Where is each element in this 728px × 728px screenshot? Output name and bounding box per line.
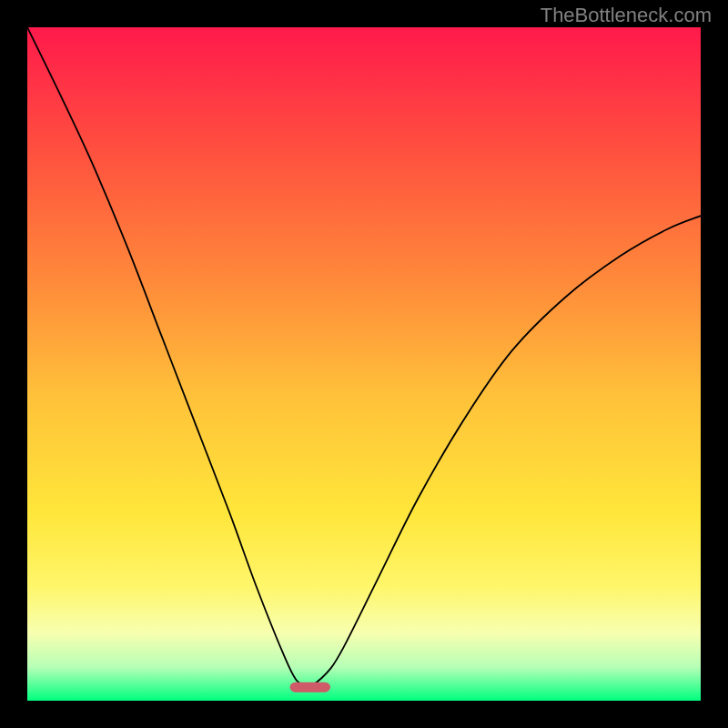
gradient-background	[27, 27, 701, 701]
watermark-text: TheBottleneck.com	[541, 4, 712, 27]
bottleneck-chart	[27, 27, 701, 701]
chart-frame: TheBottleneck.com	[0, 0, 728, 728]
minimum-marker	[290, 682, 330, 693]
